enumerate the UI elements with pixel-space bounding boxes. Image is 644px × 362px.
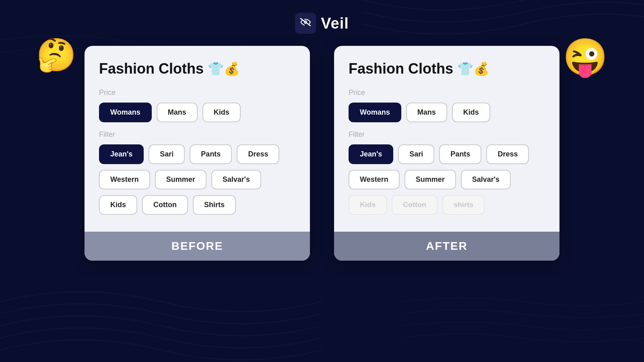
- before-btn-kids-filter[interactable]: Kids: [99, 195, 137, 215]
- before-btn-salvars[interactable]: Salvar's: [211, 170, 261, 189]
- before-filter-row2: Western Summer Salvar's: [99, 170, 295, 189]
- after-btn-kids-price[interactable]: Kids: [452, 103, 490, 122]
- after-btn-sari[interactable]: Sari: [398, 144, 434, 164]
- after-filter-row1: Jean's Sari Pants Dress: [349, 144, 545, 164]
- before-btn-dress[interactable]: Dress: [237, 144, 279, 164]
- before-btn-kids-price[interactable]: Kids: [202, 103, 241, 122]
- after-price-label: Price: [349, 88, 545, 97]
- header: Veil: [0, 0, 644, 34]
- after-title-emoji: 👕💰: [457, 61, 489, 76]
- before-price-label: Price: [99, 88, 295, 97]
- after-btn-summer[interactable]: Summer: [405, 170, 456, 189]
- before-card-footer: BEFORE: [85, 232, 310, 261]
- before-card-title: Fashion Cloths 👕💰: [99, 60, 295, 77]
- emoji-winking: 😜: [563, 36, 608, 78]
- before-btn-sari[interactable]: Sari: [149, 144, 185, 164]
- after-btn-mans[interactable]: Mans: [406, 103, 447, 122]
- before-btn-jeans[interactable]: Jean's: [99, 144, 144, 164]
- before-filter-row1: Jean's Sari Pants Dress: [99, 144, 295, 164]
- before-btn-western[interactable]: Western: [99, 170, 150, 189]
- after-card-body: Fashion Cloths 👕💰 Price Womans Mans Kids…: [334, 46, 559, 232]
- before-card-body: Fashion Cloths 👕💰 Price Womans Mans Kids…: [85, 46, 310, 232]
- after-filter-row3: Kids Cotton shirts: [349, 195, 545, 215]
- after-filter-label: Filter: [349, 130, 545, 139]
- after-price-buttons: Womans Mans Kids: [349, 103, 545, 122]
- after-btn-western[interactable]: Western: [349, 170, 400, 189]
- after-btn-shirts: shirts: [442, 195, 485, 215]
- logo-text: Veil: [321, 15, 349, 32]
- after-btn-pants[interactable]: Pants: [439, 144, 481, 164]
- after-filter-row2: Western Summer Salvar's: [349, 170, 545, 189]
- before-filter-section: Filter Jean's Sari Pants Dress Western S…: [99, 130, 295, 215]
- emoji-thinking: 🤔: [36, 36, 76, 74]
- before-price-buttons: Womans Mans Kids: [99, 103, 295, 122]
- after-card-title: Fashion Cloths 👕💰: [349, 60, 545, 77]
- before-card: Fashion Cloths 👕💰 Price Womans Mans Kids…: [85, 46, 310, 261]
- before-btn-womans[interactable]: Womans: [99, 103, 152, 122]
- after-btn-cotton: Cotton: [392, 195, 438, 215]
- before-btn-shirts[interactable]: Shirts: [193, 195, 236, 215]
- logo-box: [295, 13, 316, 34]
- before-btn-cotton[interactable]: Cotton: [142, 195, 188, 215]
- before-btn-mans[interactable]: Mans: [157, 103, 198, 122]
- before-filter-row3: Kids Cotton Shirts: [99, 195, 295, 215]
- after-card-footer: AFTER: [334, 232, 559, 261]
- after-btn-salvars[interactable]: Salvar's: [461, 170, 511, 189]
- before-filter-label: Filter: [99, 130, 295, 139]
- main-content: Fashion Cloths 👕💰 Price Womans Mans Kids…: [0, 34, 644, 261]
- after-card: Fashion Cloths 👕💰 Price Womans Mans Kids…: [334, 46, 559, 261]
- after-btn-womans[interactable]: Womans: [349, 103, 401, 122]
- after-btn-dress[interactable]: Dress: [486, 144, 529, 164]
- before-btn-pants[interactable]: Pants: [190, 144, 232, 164]
- before-btn-summer[interactable]: Summer: [155, 170, 206, 189]
- after-filter-section: Filter Jean's Sari Pants Dress Western S…: [349, 130, 545, 215]
- after-btn-jeans[interactable]: Jean's: [349, 144, 393, 164]
- logo-icon: [299, 17, 312, 30]
- after-btn-kids-filter: Kids: [349, 195, 387, 215]
- before-title-emoji: 👕💰: [208, 61, 240, 76]
